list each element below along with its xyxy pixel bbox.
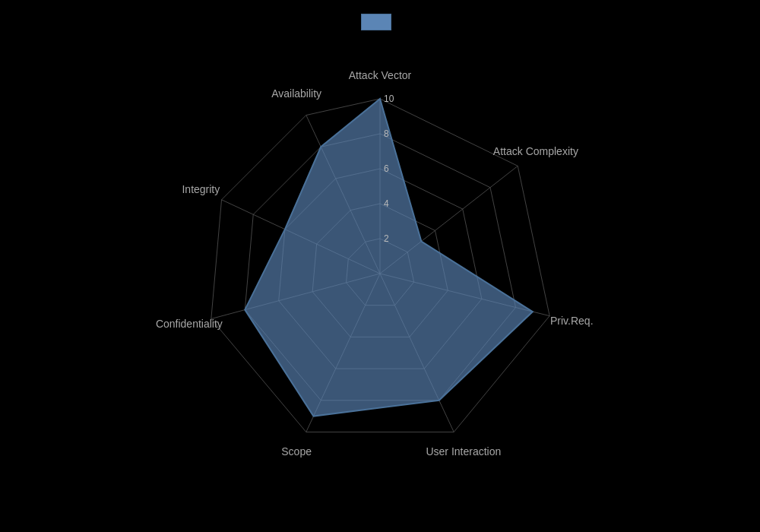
svg-marker-13 <box>245 99 533 416</box>
chart-container: 246810Attack VectorAttack ComplexityPriv… <box>0 0 760 532</box>
svg-text:10: 10 <box>384 93 394 104</box>
svg-text:Priv.Req.: Priv.Req. <box>550 315 594 327</box>
svg-text:8: 8 <box>384 128 389 139</box>
svg-text:6: 6 <box>384 163 389 174</box>
svg-text:Scope: Scope <box>281 445 312 458</box>
svg-text:Attack Vector: Attack Vector <box>349 69 412 81</box>
svg-text:Availability: Availability <box>271 87 321 100</box>
svg-text:Confidentiality: Confidentiality <box>156 318 223 330</box>
svg-text:Attack Complexity: Attack Complexity <box>493 145 578 157</box>
svg-text:4: 4 <box>384 198 389 209</box>
svg-text:2: 2 <box>384 233 389 244</box>
radar-chart-svg: 246810Attack VectorAttack ComplexityPriv… <box>0 0 760 532</box>
svg-text:Integrity: Integrity <box>182 183 220 195</box>
svg-text:User Interaction: User Interaction <box>426 445 501 458</box>
